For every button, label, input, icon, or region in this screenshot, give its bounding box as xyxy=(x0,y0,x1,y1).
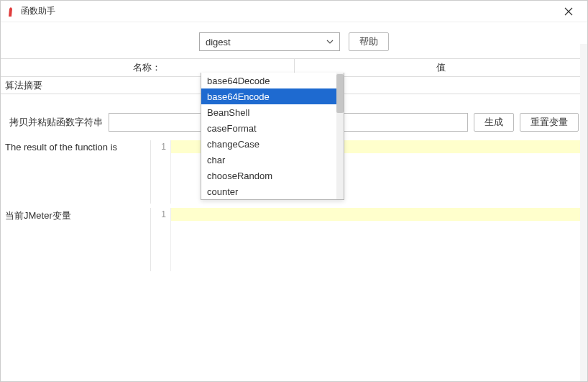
vars-label: 当前JMeter变量 xyxy=(5,208,150,271)
vars-content[interactable] xyxy=(171,208,582,271)
dropdown-scrollbar[interactable] xyxy=(336,73,344,199)
dropdown-scrollbar-thumb[interactable] xyxy=(336,74,344,113)
result-line-number: 1 xyxy=(161,142,166,152)
function-dropdown-options: base64Decode base64Encode BeanShell case… xyxy=(201,73,344,199)
function-dropdown[interactable]: base64Decode base64Encode BeanShell case… xyxy=(201,73,344,200)
copy-paste-label: 拷贝并粘贴函数字符串 xyxy=(9,116,103,129)
window-body: digest 帮助 名称： 值 算法摘要 拷贝并粘贴函数字符串 生成 xyxy=(1,22,587,381)
dropdown-option[interactable]: BeanShell xyxy=(201,104,336,120)
vars-editor[interactable]: 1 xyxy=(150,208,582,271)
reset-vars-button[interactable]: 重置变量 xyxy=(520,113,579,132)
help-button[interactable]: 帮助 xyxy=(349,32,389,51)
result-label: The result of the function is xyxy=(5,140,150,204)
window-scrollbar[interactable] xyxy=(580,44,587,381)
function-helper-window: 函数助手 digest 帮助 名称： 值 算法摘要 拷贝 xyxy=(0,0,588,382)
dropdown-option[interactable]: base64Decode xyxy=(201,73,336,88)
dropdown-option[interactable]: caseFormat xyxy=(201,120,336,136)
reset-vars-button-label: 重置变量 xyxy=(530,116,568,129)
result-gutter: 1 xyxy=(151,140,171,204)
function-row: digest 帮助 xyxy=(1,22,587,58)
dropdown-option[interactable]: base64Encode xyxy=(201,88,336,104)
help-button-label: 帮助 xyxy=(359,35,378,48)
dropdown-option[interactable]: chooseRandom xyxy=(201,168,336,183)
function-combobox[interactable]: digest xyxy=(199,32,340,51)
dropdown-option[interactable]: char xyxy=(201,152,336,168)
vars-section: 当前JMeter变量 1 xyxy=(1,204,587,271)
generate-button-label: 生成 xyxy=(484,116,503,129)
titlebar: 函数助手 xyxy=(1,1,587,22)
close-icon xyxy=(564,7,573,16)
generate-button[interactable]: 生成 xyxy=(474,113,514,132)
vars-gutter: 1 xyxy=(151,208,171,271)
window-title: 函数助手 xyxy=(21,5,556,17)
chevron-down-icon xyxy=(325,37,335,47)
close-button[interactable] xyxy=(556,1,582,22)
app-icon xyxy=(6,6,17,17)
dropdown-option[interactable]: changeCase xyxy=(201,136,336,152)
vars-active-line xyxy=(171,208,582,221)
vars-line-number: 1 xyxy=(161,209,166,219)
dropdown-option[interactable]: counter xyxy=(201,183,336,199)
function-combobox-value: digest xyxy=(206,37,325,47)
